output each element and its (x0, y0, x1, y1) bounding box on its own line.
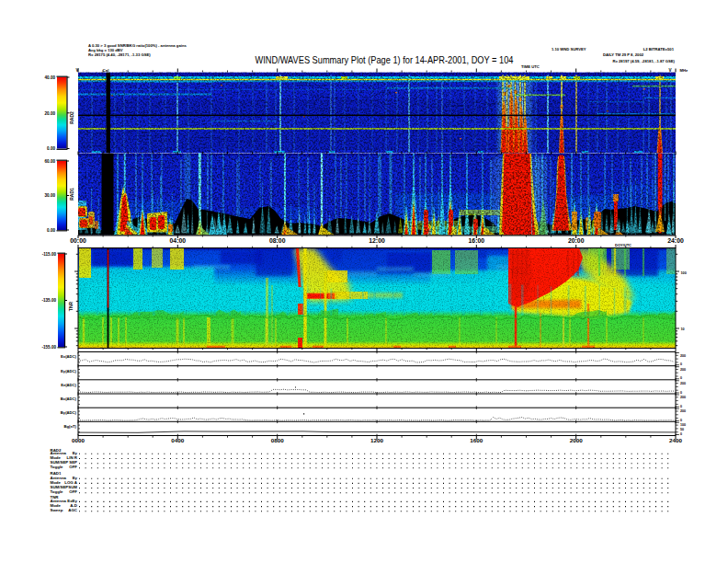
svg-text:Bg(nT): Bg(nT) (64, 424, 77, 429)
svg-text:Toggle: Toggle (51, 489, 64, 494)
svg-text:By(ADC): By(ADC) (61, 410, 77, 415)
svg-text:12:00: 12:00 (369, 237, 385, 244)
svg-text:OFF: OFF (69, 489, 77, 494)
svg-text:MHz: MHz (680, 68, 688, 73)
svg-text:Bx(ADC): Bx(ADC) (61, 396, 77, 401)
svg-text:0: 0 (680, 432, 682, 436)
svg-text:V: V (668, 68, 672, 73)
svg-text:OFF: OFF (69, 465, 77, 469)
svg-text:TIME UTC: TIME UTC (521, 64, 540, 69)
svg-text:40.00: 40.00 (45, 75, 56, 80)
svg-text:200: 200 (680, 354, 686, 358)
svg-text:0: 0 (680, 362, 682, 366)
svg-text:0: 0 (680, 405, 682, 408)
svg-text:Toggle: Toggle (51, 465, 64, 469)
svg-text:Ex(ADC): Ex(ADC) (61, 354, 77, 359)
svg-text:100: 100 (681, 271, 687, 275)
svg-text:-135.00: -135.00 (41, 298, 56, 303)
svg-text:0: 0 (680, 391, 682, 395)
svg-text:Ey(ADC): Ey(ADC) (61, 369, 77, 373)
svg-text:04:00: 04:00 (170, 237, 187, 244)
svg-text:2000: 2000 (570, 437, 584, 443)
svg-text:0: 0 (680, 419, 682, 422)
svg-text:WIND/WAVES Summary Plot (Page: WIND/WAVES Summary Plot (Page 1) for 14-… (256, 54, 514, 65)
svg-text:200: 200 (680, 396, 686, 399)
svg-text:20.00: 20.00 (45, 111, 56, 116)
svg-text:R= 28175 (4.40, -28171, -1.3: R= 28175 (4.40, -28171, -1.33 GSE) (88, 52, 151, 57)
svg-text:-115.00: -115.00 (42, 252, 57, 257)
svg-text:1.10 WND SURVEY: 1.10 WND SURVEY (552, 47, 586, 52)
svg-text:Ez(ADC): Ez(ADC) (61, 383, 76, 387)
svg-text:0800: 0800 (271, 437, 285, 443)
svg-text:DOY/UTC: DOY/UTC (615, 243, 631, 247)
svg-text:30.00: 30.00 (45, 193, 56, 198)
svg-text:200: 200 (680, 382, 686, 385)
svg-text:00:00: 00:00 (70, 237, 86, 244)
svg-text:50: 50 (680, 428, 684, 431)
svg-text:1200: 1200 (370, 437, 384, 443)
svg-text:V: V (75, 68, 79, 73)
svg-text:-155.00: -155.00 (41, 345, 56, 350)
svg-text:0: 0 (680, 376, 682, 380)
svg-text:TNR: TNR (68, 301, 74, 311)
svg-text:0400: 0400 (171, 437, 185, 443)
svg-text:DAILY TM 29 P 8, 2002: DAILY TM 29 P 8, 2002 (603, 52, 644, 57)
svg-text:RAD1: RAD1 (69, 188, 74, 201)
svg-text:1600: 1600 (470, 437, 483, 443)
svg-text:0000: 0000 (72, 437, 85, 443)
svg-text:60.00: 60.00 (45, 159, 56, 164)
svg-text:08:00: 08:00 (269, 237, 286, 244)
svg-text:AGC: AGC (68, 508, 78, 512)
svg-text:10: 10 (681, 327, 685, 331)
svg-text:0.00: 0.00 (47, 146, 55, 151)
svg-text:2400: 2400 (669, 437, 683, 443)
svg-text:Sweep: Sweep (51, 508, 63, 512)
svg-text:200: 200 (680, 368, 686, 372)
svg-text:RAD2: RAD2 (69, 111, 74, 124)
svg-text:200: 200 (680, 409, 686, 413)
svg-text:L2 BITRATE=501: L2 BITRATE=501 (643, 47, 675, 52)
svg-text:20:00: 20:00 (568, 237, 585, 244)
svg-text:24:00: 24:00 (667, 237, 684, 244)
svg-text:16:00: 16:00 (469, 237, 485, 244)
svg-text:R= 28197 (4.59, -28181, -1.8: R= 28197 (4.59, -28181, -1.87 GSE) (612, 59, 675, 63)
svg-text:Cal: Cal (103, 68, 109, 73)
svg-text:0.00: 0.00 (47, 228, 55, 233)
svg-text:100: 100 (680, 423, 686, 427)
